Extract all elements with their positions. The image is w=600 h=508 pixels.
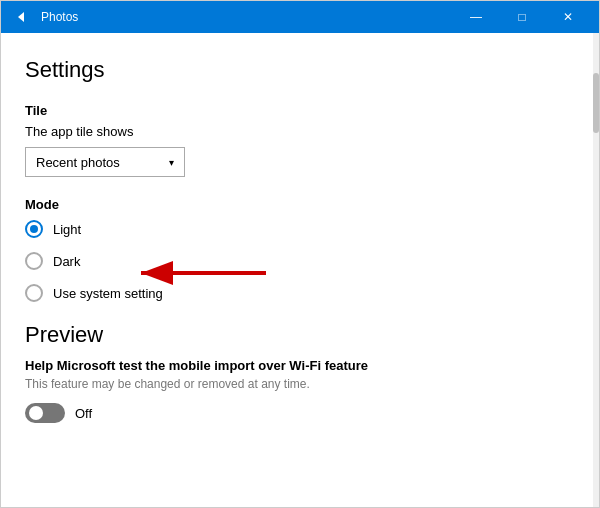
- settings-heading: Settings: [25, 57, 569, 83]
- window-title: Photos: [41, 10, 453, 24]
- svg-marker-0: [18, 12, 24, 22]
- mode-section: Mode Light Dark: [25, 197, 569, 302]
- toggle-knob: [29, 406, 43, 420]
- preview-subdescription: This feature may be changed or removed a…: [25, 377, 569, 391]
- tile-section-label: Tile: [25, 103, 569, 118]
- dropdown-value: Recent photos: [36, 155, 169, 170]
- toggle-label: Off: [75, 406, 92, 421]
- radio-light[interactable]: Light: [25, 220, 569, 238]
- maximize-button[interactable]: □: [499, 1, 545, 33]
- radio-circle-system: [25, 284, 43, 302]
- radio-system[interactable]: Use system setting: [25, 284, 569, 302]
- scrollbar-thumb[interactable]: [593, 73, 599, 133]
- preview-toggle[interactable]: [25, 403, 65, 423]
- mode-radio-group: Light Dark Use system setting: [25, 220, 569, 302]
- tile-dropdown[interactable]: Recent photos ▾: [25, 147, 185, 177]
- window-controls: — □ ✕: [453, 1, 591, 33]
- radio-circle-dark: [25, 252, 43, 270]
- mode-section-label: Mode: [25, 197, 569, 212]
- radio-label-system: Use system setting: [53, 286, 163, 301]
- tile-sublabel: The app tile shows: [25, 124, 569, 139]
- back-button[interactable]: [9, 5, 33, 29]
- title-bar: Photos — □ ✕: [1, 1, 599, 33]
- radio-dark[interactable]: Dark: [25, 252, 569, 270]
- scrollbar[interactable]: [593, 33, 599, 507]
- toggle-row: Off: [25, 403, 569, 423]
- radio-label-dark: Dark: [53, 254, 80, 269]
- settings-panel: Settings Tile The app tile shows Recent …: [1, 33, 593, 507]
- tile-section: Tile The app tile shows Recent photos ▾: [25, 103, 569, 177]
- preview-description: Help Microsoft test the mobile import ov…: [25, 358, 569, 373]
- preview-heading: Preview: [25, 322, 569, 348]
- preview-section: Preview Help Microsoft test the mobile i…: [25, 322, 569, 423]
- radio-label-light: Light: [53, 222, 81, 237]
- main-content: Settings Tile The app tile shows Recent …: [1, 33, 599, 507]
- radio-circle-light: [25, 220, 43, 238]
- close-button[interactable]: ✕: [545, 1, 591, 33]
- radio-dot-light: [30, 225, 38, 233]
- minimize-button[interactable]: —: [453, 1, 499, 33]
- window: Photos — □ ✕ Settings Tile The app tile …: [0, 0, 600, 508]
- dropdown-arrow-icon: ▾: [169, 157, 174, 168]
